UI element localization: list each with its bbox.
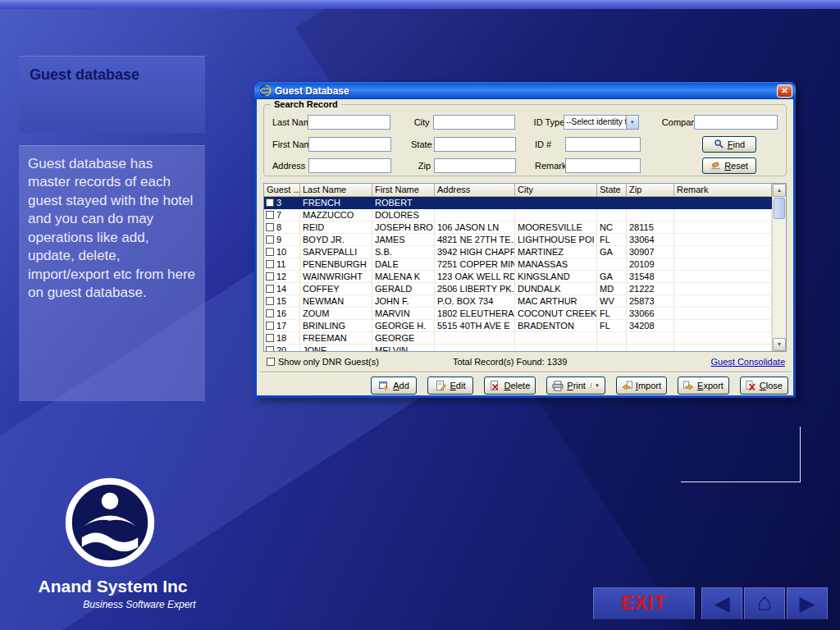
guest-consolidate-link[interactable]: Guest Consolidate [711,357,786,367]
company-tagline: Business Software Expert [49,599,230,610]
cell-zip: 33064 [627,234,674,246]
window-titlebar[interactable]: Guest Database ✕ [254,82,796,99]
column-header[interactable]: Zip [627,184,674,197]
company-input[interactable] [694,115,778,130]
id-type-select[interactable]: --Select identity typ ▼ [564,115,639,130]
zip-input[interactable] [434,158,516,173]
grid-row[interactable]: 18FREEMANGEORGE [264,332,772,345]
reset-button[interactable]: Reset [702,158,756,174]
dnr-filter-checkbox[interactable]: Show only DNR Guest(s) [267,357,379,367]
id-number-input[interactable] [565,137,641,152]
cell-last: NEWMAN [300,295,372,308]
cell-remark [674,308,772,320]
delete-button[interactable]: Delete [484,377,536,395]
chevron-down-icon: ▼ [626,116,638,129]
cell-zip: 31548 [627,271,674,283]
print-button[interactable]: Print▼ [546,377,605,395]
close-icon [746,381,756,391]
column-header[interactable]: Remark [674,184,772,197]
cell-first: JOSEPH BRO... [372,221,435,234]
find-button[interactable]: Find [702,136,756,153]
row-checkbox[interactable] [266,285,274,293]
forward-button[interactable]: ▶ [787,587,828,619]
grid-scroll-area: Guest ... Last Name First Name Address C… [264,184,772,351]
remark-input[interactable] [565,158,641,173]
column-header[interactable]: First Name [372,184,435,197]
row-checkbox[interactable] [266,334,274,342]
grid-row[interactable]: 10SARVEPALLIS.B.3942 HIGH CHAPP...MARTIN… [264,246,772,258]
grid-row[interactable]: 20JONEMELVIN [264,345,772,351]
column-header[interactable]: Address [435,184,515,197]
cell-address: 4821 NE 27TH TE... [435,234,515,246]
grid-header: Guest ... Last Name First Name Address C… [264,184,772,197]
row-checkbox[interactable] [266,223,274,231]
scroll-up-icon[interactable]: ▲ [773,184,786,197]
cell-remark [674,209,772,221]
first-name-label: First Name [272,139,308,149]
grid-row[interactable]: 15NEWMANJOHN F.P.O. BOX 734MAC ARTHURWV2… [264,295,772,308]
grid-row[interactable]: 11PENENBURGHDALE7251 COPPER MIN...MANASS… [264,258,772,271]
grid-row[interactable]: 7MAZZUCCODOLORES [264,209,772,221]
close-button[interactable]: Close [740,377,788,395]
row-checkbox[interactable] [266,297,274,305]
grid-row[interactable]: 8REIDJOSEPH BRO...106 JASON LNMOORESVILL… [264,221,772,234]
zip-label: Zip [411,161,434,171]
cell-id: 16 [264,308,300,320]
scroll-down-icon[interactable]: ▼ [773,338,786,351]
export-button[interactable]: Export [678,377,729,395]
city-input[interactable] [433,115,515,130]
close-icon[interactable]: ✕ [777,84,792,98]
back-button[interactable]: ◀ [701,587,742,619]
print-dropdown-arrow-icon[interactable]: ▼ [591,383,600,388]
grid-row[interactable]: 14COFFEYGERALD2506 LIBERTY PK...DUNDALKM… [264,283,772,295]
import-button[interactable]: Import [616,377,667,395]
row-checkbox[interactable] [266,322,274,330]
checkbox-icon [267,358,275,366]
cell-last: COFFEY [300,283,372,295]
total-records-label: Total Record(s) Found: 1339 [453,357,567,367]
cell-address [435,332,515,345]
cell-id: 20 [264,345,300,351]
grid-row[interactable]: 9BOYD JR.JAMES4821 NE 27TH TE...LIGHTHOU… [264,234,772,246]
column-header[interactable]: State [597,184,627,197]
button-separator [259,372,791,373]
grid-row[interactable]: 16ZOUMMARVIN1802 ELEUTHERA...COCONUT CRE… [264,308,772,320]
row-checkbox[interactable] [266,211,274,219]
scrollbar-thumb[interactable] [774,198,785,219]
home-button[interactable]: ⌂ [744,587,785,619]
row-checkbox[interactable] [266,309,274,317]
grid-row[interactable]: 12WAINWRIGHTMALENA K123 OAK WELL RDKINGS… [264,271,772,283]
company-name: Anand System Inc [8,577,217,596]
last-name-input[interactable] [308,115,390,130]
column-header[interactable]: City [515,184,597,197]
vertical-scrollbar[interactable]: ▲ ▼ [772,184,786,351]
window-title: Guest Database [275,85,777,97]
row-checkbox[interactable] [266,199,274,207]
exit-button[interactable]: EXIT [593,587,695,619]
column-header[interactable]: Guest ... [264,184,300,197]
row-checkbox[interactable] [266,346,274,351]
cell-city [515,332,597,345]
row-checkbox[interactable] [266,272,274,281]
decorative-corner-lines [681,427,801,482]
cell-city [515,345,597,351]
edit-button[interactable]: Edit [427,377,473,395]
address-input[interactable] [308,158,391,173]
cell-id: 17 [264,320,300,332]
cell-address: 2506 LIBERTY PK... [435,283,515,295]
cell-first: GERALD [372,283,435,295]
state-input[interactable] [434,137,516,152]
row-checkbox[interactable] [266,260,274,268]
grid-row[interactable]: 17BRINLINGGEORGE H.5515 40TH AVE EBRADEN… [264,320,772,332]
city-label: City [410,117,433,127]
first-name-input[interactable] [308,137,391,152]
column-header[interactable]: Last Name [300,184,372,197]
add-button[interactable]: Add [371,377,417,395]
row-checkbox[interactable] [266,235,274,244]
cell-id: 15 [264,295,300,308]
row-checkbox[interactable] [266,248,274,256]
cell-zip: 25873 [627,295,674,308]
cell-city: COCONUT CREEK [515,308,597,320]
company-label: Company [662,117,694,127]
grid-row[interactable]: 3FRENCHROBERT [264,197,772,209]
